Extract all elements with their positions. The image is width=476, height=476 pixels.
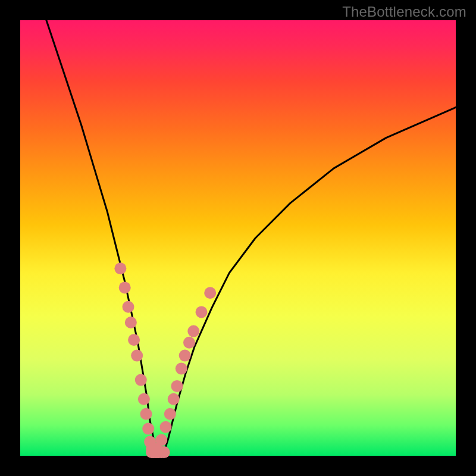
curve-marker bbox=[140, 408, 152, 420]
watermark-text: TheBottleneck.com bbox=[342, 4, 466, 20]
curve-marker bbox=[158, 446, 170, 458]
curve-marker bbox=[204, 287, 216, 299]
curve-marker bbox=[196, 306, 208, 318]
chart-svg bbox=[20, 20, 456, 456]
curve-marker bbox=[168, 393, 180, 405]
curve-marker bbox=[114, 262, 126, 274]
curve-marker bbox=[131, 350, 143, 362]
curve-marker bbox=[160, 421, 172, 433]
curve-marker bbox=[183, 337, 195, 349]
curve-marker bbox=[119, 281, 131, 293]
curve-marker bbox=[128, 334, 140, 346]
curve-markers bbox=[114, 262, 216, 458]
curve-marker bbox=[125, 317, 137, 328]
curve-marker bbox=[123, 301, 134, 313]
curve-marker bbox=[171, 380, 183, 392]
curve-marker bbox=[176, 363, 187, 375]
curve-marker bbox=[155, 434, 167, 446]
curve-marker bbox=[135, 374, 147, 386]
plot-area bbox=[20, 20, 456, 456]
curve-marker bbox=[142, 423, 154, 435]
bottleneck-curve bbox=[46, 20, 456, 452]
curve-marker bbox=[138, 393, 150, 405]
curve-marker bbox=[179, 350, 191, 362]
curve-marker bbox=[164, 408, 176, 420]
chart-frame: TheBottleneck.com bbox=[0, 0, 476, 476]
curve-marker bbox=[187, 325, 199, 337]
